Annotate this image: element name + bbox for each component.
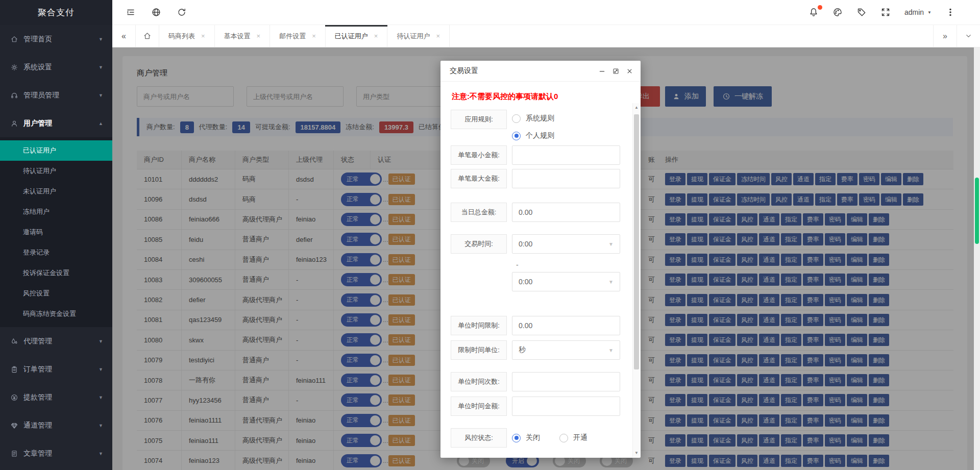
sidebar-item-8[interactable]: 文章管理▼ bbox=[0, 439, 112, 467]
sidebar-item-5[interactable]: 订单管理▼ bbox=[0, 355, 112, 383]
fullscreen-icon[interactable] bbox=[880, 7, 891, 17]
radio-unchecked-icon[interactable] bbox=[512, 114, 521, 123]
tab-close-icon[interactable]: × bbox=[374, 32, 378, 40]
radio-unchecked-icon[interactable] bbox=[559, 434, 568, 442]
radio-checked-icon[interactable] bbox=[512, 132, 521, 140]
maximize-icon[interactable] bbox=[612, 67, 620, 75]
tab-close-icon[interactable]: × bbox=[436, 32, 440, 40]
modal-scrollbar-thumb[interactable] bbox=[634, 114, 639, 369]
transaction-settings-modal: 交易设置 注意:不需要风控的事项请默认0 应用规则:系统规则个人规则单笔最小金额… bbox=[440, 61, 641, 458]
sidebar-item-1[interactable]: 系统设置▼ bbox=[0, 53, 112, 81]
sidebar-subitem-6[interactable]: 投诉保证金设置 bbox=[0, 263, 112, 283]
tabbar-right-controls: » bbox=[933, 25, 980, 47]
scroll-down-icon[interactable]: ▼ bbox=[633, 451, 640, 455]
palette-icon[interactable] bbox=[832, 7, 843, 17]
sidebar: 聚合支付 管理首页▼系统设置▼管理员管理▼用户管理▲已认证用户待认证用户未认证用… bbox=[0, 0, 112, 470]
tab-close-icon[interactable]: × bbox=[312, 32, 316, 40]
radio-checked-icon[interactable] bbox=[512, 434, 521, 442]
sidebar-item-2[interactable]: 管理员管理▼ bbox=[0, 81, 112, 109]
field-input[interactable] bbox=[512, 145, 620, 165]
minimize-icon[interactable] bbox=[598, 67, 606, 75]
caret-down-icon: ▼ bbox=[99, 339, 103, 344]
tab-list: 码商列表×基本设置×邮件设置×已认证用户×待认证用户× bbox=[159, 25, 450, 47]
sidebar-subitem-8[interactable]: 码商冻结资金设置 bbox=[0, 304, 112, 324]
field-label: 应用规则: bbox=[451, 110, 507, 129]
field-control: 秒▼ bbox=[512, 340, 620, 360]
scroll-up-icon[interactable]: ▲ bbox=[633, 105, 640, 110]
modal-body: 注意:不需要风控的事项请默认0 应用规则:系统规则个人规则单笔最小金额:单笔最大… bbox=[440, 82, 641, 458]
tab-close-icon[interactable]: × bbox=[201, 32, 205, 40]
field-label: 单位时间金额: bbox=[451, 397, 507, 416]
sidebar-item-4[interactable]: 代理管理▼ bbox=[0, 327, 112, 355]
modal-field-row: 应用规则:系统规则个人规则 bbox=[451, 110, 620, 140]
field-label: 交易时间: bbox=[451, 234, 507, 254]
sidebar-subitem-2[interactable]: 未认证用户 bbox=[0, 181, 112, 202]
notifications-button[interactable] bbox=[808, 7, 819, 17]
sidebar-toggle-icon[interactable] bbox=[126, 7, 136, 17]
sidebar-menu: 管理首页▼系统设置▼管理员管理▼用户管理▲已认证用户待认证用户未认证用户冻结用户… bbox=[0, 25, 112, 467]
field-input[interactable] bbox=[512, 316, 620, 335]
field-input[interactable] bbox=[512, 203, 620, 222]
gear-icon bbox=[10, 63, 18, 71]
sidebar-subitem-0[interactable]: 已认证用户 bbox=[0, 140, 112, 161]
tab-3[interactable]: 邮件设置× bbox=[270, 25, 326, 47]
topbar-right-icons: admin▼ bbox=[808, 7, 980, 17]
sidebar-item-6[interactable]: 提款管理▼ bbox=[0, 383, 112, 411]
sidebar-item-label: 提款管理 bbox=[23, 393, 52, 402]
tab-home[interactable] bbox=[136, 25, 159, 47]
tabs-dropdown-button[interactable] bbox=[957, 25, 980, 47]
more-menu-button[interactable] bbox=[945, 7, 955, 17]
close-icon[interactable] bbox=[626, 67, 633, 75]
field-select[interactable]: 0:00▼ bbox=[512, 234, 620, 254]
sidebar-subitem-1[interactable]: 待认证用户 bbox=[0, 161, 112, 181]
time-range-separator: - bbox=[516, 261, 620, 269]
refresh-icon[interactable] bbox=[177, 7, 187, 17]
field-label: 风控状态: bbox=[451, 428, 507, 448]
modal-scrollbar[interactable]: ▲ ▼ bbox=[632, 103, 640, 457]
tabs-collapse-button[interactable]: « bbox=[112, 25, 136, 47]
modal-field-row: 单位时间金额: bbox=[451, 397, 620, 416]
field-control bbox=[512, 397, 620, 416]
sidebar-subitem-4[interactable]: 邀请码 bbox=[0, 222, 112, 242]
sidebar-item-3[interactable]: 用户管理▲ bbox=[0, 109, 112, 137]
tab-2[interactable]: 基本设置× bbox=[215, 25, 271, 47]
globe-icon[interactable] bbox=[151, 7, 161, 17]
field-input[interactable] bbox=[512, 397, 620, 416]
tab-1[interactable]: 码商列表× bbox=[159, 25, 215, 47]
tab-5[interactable]: 待认证用户× bbox=[387, 25, 450, 47]
sidebar-item-7[interactable]: 通道管理▼ bbox=[0, 411, 112, 439]
tab-close-icon[interactable]: × bbox=[257, 32, 261, 40]
caret-down-icon: ▼ bbox=[99, 37, 103, 42]
page-scrollbar-thumb[interactable] bbox=[975, 178, 979, 244]
user-menu[interactable]: admin▼ bbox=[904, 8, 932, 16]
field-select[interactable]: 秒▼ bbox=[512, 340, 620, 360]
tag-icon[interactable] bbox=[856, 7, 867, 17]
modal-field-row: 单笔最大金额: bbox=[451, 169, 620, 188]
sidebar-item-label: 代理管理 bbox=[23, 337, 52, 346]
sidebar-item-label: 通道管理 bbox=[23, 421, 52, 430]
page-scrollbar[interactable] bbox=[974, 47, 980, 470]
radio-option[interactable]: 关闭 bbox=[512, 433, 540, 442]
field-select[interactable]: 0:00▼ bbox=[512, 272, 620, 291]
sidebar-item-0[interactable]: 管理首页▼ bbox=[0, 25, 112, 53]
app-root: 聚合支付 管理首页▼系统设置▼管理员管理▼用户管理▲已认证用户待认证用户未认证用… bbox=[0, 0, 980, 470]
modal-field-row: 限制时间单位:秒▼ bbox=[451, 340, 620, 360]
radio-option[interactable]: 开通 bbox=[559, 433, 587, 442]
field-input[interactable] bbox=[512, 169, 620, 188]
tabs-forward-button[interactable]: » bbox=[933, 25, 957, 47]
sidebar-subitem-7[interactable]: 风控设置 bbox=[0, 283, 112, 304]
caret-down-icon: ▼ bbox=[608, 279, 614, 285]
radio-option[interactable]: 个人规则 bbox=[512, 131, 620, 140]
caret-down-icon: ▼ bbox=[99, 451, 103, 456]
sidebar-subitem-3[interactable]: 冻结用户 bbox=[0, 202, 112, 222]
field-input[interactable] bbox=[512, 372, 620, 391]
sidebar-subitem-5[interactable]: 登录记录 bbox=[0, 242, 112, 263]
radio-group: 关闭开通 bbox=[512, 428, 620, 448]
tabbar: « 码商列表×基本设置×邮件设置×已认证用户×待认证用户× » bbox=[112, 25, 980, 47]
caret-down-icon: ▼ bbox=[99, 65, 103, 70]
notification-badge bbox=[818, 5, 822, 10]
radio-option[interactable]: 系统规则 bbox=[512, 114, 620, 123]
topbar-left-icons bbox=[112, 7, 187, 17]
field-control: 系统规则个人规则 bbox=[512, 110, 620, 140]
tab-4[interactable]: 已认证用户× bbox=[326, 25, 388, 47]
